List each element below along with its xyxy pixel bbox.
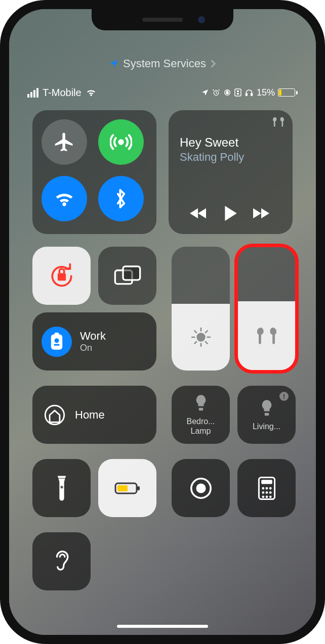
svg-rect-16 — [198, 408, 203, 411]
bulb-icon — [193, 394, 209, 414]
breadcrumb-label: System Services — [123, 57, 206, 70]
brightness-icon — [190, 327, 212, 348]
notch — [92, 9, 233, 30]
orientation-lock-toggle[interactable] — [32, 247, 91, 305]
volume-down-button — [4, 211, 8, 257]
track-artist: Skating Polly — [180, 151, 281, 164]
svg-rect-3 — [235, 89, 241, 96]
phone-frame: System Services T-Mobile 15% — [0, 0, 325, 644]
svg-rect-2 — [226, 92, 228, 94]
focus-name: Work — [80, 330, 106, 343]
screen-mirroring-button[interactable] — [98, 247, 156, 305]
flashlight-button[interactable] — [32, 459, 91, 517]
warning-icon: ! — [279, 392, 289, 401]
svg-point-31 — [265, 491, 268, 494]
bedroom-lamp-label: Bedro... Lamp — [186, 417, 215, 436]
side-button — [317, 171, 321, 237]
headphones-icon — [245, 88, 254, 97]
svg-point-10 — [197, 333, 205, 341]
svg-rect-9 — [123, 266, 140, 280]
svg-point-6 — [119, 140, 123, 144]
focus-state: On — [80, 343, 106, 353]
carrier-label: T-Mobile — [43, 87, 82, 99]
screen-record-button[interactable] — [172, 459, 230, 517]
orientation-lock-status-icon — [223, 88, 231, 97]
svg-point-18 — [60, 486, 63, 488]
home-indicator[interactable] — [117, 625, 208, 628]
track-title: Hey Sweet — [180, 135, 281, 150]
home-label: Home — [75, 408, 105, 422]
svg-point-24 — [196, 483, 206, 493]
svg-point-32 — [269, 491, 271, 494]
focus-tile[interactable]: Work On — [32, 312, 156, 371]
svg-point-30 — [262, 491, 264, 494]
svg-point-34 — [265, 495, 268, 498]
svg-rect-19 — [57, 478, 65, 479]
connectivity-group[interactable] — [32, 110, 156, 234]
living-room-tile[interactable]: ! Living... — [237, 386, 296, 444]
alarm-icon — [212, 88, 220, 97]
bluetooth-toggle[interactable] — [98, 176, 144, 221]
now-playing-tile[interactable]: Hey Sweet Skating Polly — [169, 110, 293, 234]
speaker — [142, 18, 183, 22]
svg-rect-12 — [55, 333, 59, 337]
living-room-label: Living... — [253, 422, 280, 431]
svg-point-35 — [269, 495, 271, 498]
shortcut-icon — [234, 88, 241, 97]
svg-rect-17 — [264, 412, 269, 416]
chevron-right-icon — [210, 59, 216, 68]
svg-rect-7 — [57, 273, 65, 281]
svg-point-28 — [265, 487, 268, 489]
home-icon — [44, 404, 66, 426]
wifi-toggle[interactable] — [42, 176, 87, 221]
forward-button[interactable] — [252, 206, 272, 220]
control-center: Hey Sweet Skating Polly — [32, 110, 293, 600]
svg-rect-21 — [137, 486, 140, 490]
svg-point-29 — [269, 487, 271, 489]
airplane-mode-toggle[interactable] — [42, 119, 87, 165]
svg-rect-22 — [117, 485, 128, 491]
cellular-data-toggle[interactable] — [98, 119, 144, 165]
hearing-button[interactable] — [32, 532, 91, 590]
volume-slider[interactable] — [237, 247, 296, 371]
svg-rect-5 — [251, 93, 253, 96]
play-button[interactable] — [223, 205, 238, 222]
status-bar: T-Mobile 15% — [27, 85, 298, 100]
signal-bars-icon — [27, 88, 38, 98]
bulb-icon — [259, 399, 274, 419]
calculator-button[interactable] — [237, 459, 296, 517]
volume-up-button — [4, 156, 8, 201]
svg-point-33 — [262, 495, 264, 498]
focus-badge-icon — [42, 327, 72, 357]
home-tile[interactable]: Home — [32, 386, 156, 444]
airpods-icon — [271, 116, 286, 127]
battery-percent: 15% — [257, 87, 275, 98]
breadcrumb[interactable]: System Services — [9, 57, 316, 70]
battery-icon — [278, 88, 298, 97]
svg-point-27 — [262, 487, 264, 489]
svg-rect-4 — [246, 93, 247, 96]
location-icon — [109, 59, 119, 69]
svg-rect-26 — [261, 480, 272, 484]
svg-rect-14 — [54, 344, 59, 345]
airpods-volume-icon — [255, 326, 279, 346]
bedroom-lamp-tile[interactable]: Bedro... Lamp — [172, 386, 230, 444]
wifi-icon — [86, 88, 97, 97]
rewind-button[interactable] — [189, 206, 209, 220]
brightness-slider[interactable] — [172, 247, 230, 371]
front-camera — [198, 16, 205, 23]
location-active-icon — [201, 88, 209, 97]
svg-point-13 — [55, 338, 59, 343]
mute-switch — [4, 110, 8, 135]
low-power-mode-toggle[interactable] — [98, 459, 156, 517]
